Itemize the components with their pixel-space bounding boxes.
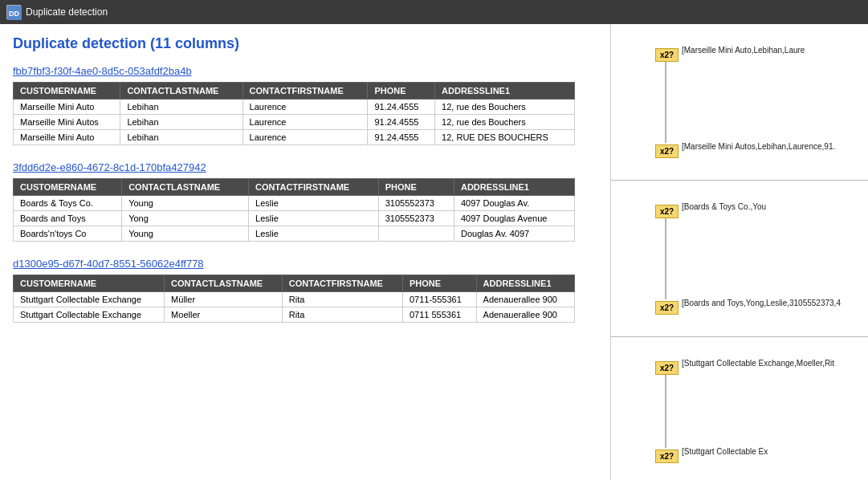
col-header-contactlastname: CONTACTLASTNAME: [165, 275, 283, 292]
graph-node-1-0: x2?: [655, 205, 679, 218]
cell-1-0-3: 3105552373: [378, 196, 454, 211]
graph-node-label-0-0: [Marseille Mini Auto,Lebihan,Laure: [682, 46, 805, 55]
cell-0-0-3: 91.24.4555: [368, 100, 435, 115]
cell-2-1-1: Moeller: [165, 307, 283, 323]
cell-0-1-3: 91.24.4555: [368, 115, 435, 130]
col-header-phone: PHONE: [368, 83, 435, 100]
cell-0-1-4: 12, rue des Bouchers: [435, 115, 575, 130]
graph-section-0: x2?x2?[Marseille Mini Auto,Lebihan,Laure…: [611, 24, 868, 181]
col-header-contactlastname: CONTACTLASTNAME: [120, 83, 242, 100]
cell-2-1-4: Adenauerallee 900: [476, 307, 574, 323]
col-header-addressline1: ADDRESSLINE1: [435, 83, 575, 100]
cell-1-2-1: Young: [122, 226, 249, 242]
cell-1-1-1: Yong: [122, 211, 249, 226]
graph-container: x2?x2?[Marseille Mini Auto,Lebihan,Laure…: [611, 24, 868, 480]
cell-2-1-2: Rita: [282, 307, 402, 323]
cell-1-1-3: 3105552373: [378, 211, 454, 226]
cell-1-0-0: Boards & Toys Co.: [14, 196, 122, 211]
col-header-customername: CUSTOMERNAME: [14, 275, 165, 292]
cell-1-1-4: 4097 Douglas Avenue: [454, 211, 574, 226]
cell-1-2-3: [378, 226, 454, 242]
graph-node-0-1: x2?: [655, 144, 679, 158]
cell-2-1-3: 0711 555361: [402, 307, 476, 323]
cell-1-0-1: Young: [122, 196, 249, 211]
table-row: Stuttgart Collectable ExchangeMoellerRit…: [14, 307, 575, 323]
table-row: Marseille Mini AutoLebihanLaurence91.24.…: [14, 130, 575, 145]
table-row: Marseille Mini AutoLebihanLaurence91.24.…: [14, 100, 575, 115]
graph-node-label-2-1: [Stuttgart Collectable Ex: [682, 447, 768, 456]
cell-0-2-1: Lebihan: [120, 130, 242, 145]
col-header-phone: PHONE: [378, 179, 454, 196]
col-header-customername: CUSTOMERNAME: [14, 179, 122, 196]
cell-0-2-0: Marseille Mini Auto: [14, 130, 120, 145]
graph-node-label-1-1: [Boards and Toys,Yong,Leslie,3105552373,…: [682, 299, 841, 307]
cell-0-0-0: Marseille Mini Auto: [14, 100, 120, 115]
graph-node-label-0-1: [Marseille Mini Autos,Lebihan,Laurence,9…: [682, 142, 835, 151]
cell-1-2-4: Douglas Av. 4097: [454, 226, 574, 242]
cell-1-2-0: Boards'n'toys Co: [14, 226, 122, 242]
page-title: Duplicate detection (11 columns): [13, 35, 597, 52]
app-icon: DD: [6, 5, 21, 19]
cell-0-0-2: Laurence: [242, 100, 368, 115]
dup-table-0: CUSTOMERNAMECONTACTLASTNAMECONTACTFIRSTN…: [13, 82, 575, 145]
col-header-contactfirstname: CONTACTFIRSTNAME: [249, 179, 379, 196]
table-row: Boards and ToysYongLeslie31055523734097 …: [14, 211, 575, 226]
cell-0-2-3: 91.24.4555: [368, 130, 435, 145]
graph-node-label-1-0: [Boards & Toys Co.,You: [682, 202, 766, 211]
cell-2-0-2: Rita: [282, 292, 402, 307]
col-header-contactlastname: CONTACTLASTNAME: [122, 179, 249, 196]
graph-node-0-0: x2?: [655, 48, 679, 62]
svg-text:DD: DD: [9, 10, 19, 18]
graph-node-2-1: x2?: [655, 449, 679, 463]
cell-1-0-2: Leslie: [249, 196, 379, 211]
col-header-contactfirstname: CONTACTFIRSTNAME: [282, 275, 402, 292]
dup-table-2: CUSTOMERNAMECONTACTLASTNAMECONTACTFIRSTN…: [13, 275, 575, 323]
groups-container: fbb7fbf3-f30f-4ae0-8d5c-053afdf2ba4bCUST…: [13, 65, 597, 323]
cell-2-1-0: Stuttgart Collectable Exchange: [14, 307, 165, 323]
col-header-contactfirstname: CONTACTFIRSTNAME: [242, 83, 368, 100]
table-row: Stuttgart Collectable ExchangeMüllerRita…: [14, 292, 575, 307]
graph-node-1-1: x2?: [655, 301, 679, 315]
cell-0-0-4: 12, rue des Bouchers: [435, 100, 575, 115]
titlebar-text: Duplicate detection: [26, 6, 108, 18]
group-id-1[interactable]: 3fdd6d2e-e860-4672-8c1d-170bfa427942: [13, 161, 597, 173]
main-content: Duplicate detection (11 columns) fbb7fbf…: [0, 24, 868, 480]
cell-1-2-2: Leslie: [249, 226, 379, 242]
col-header-phone: PHONE: [402, 275, 476, 292]
table-row: Marseille Mini AutosLebihanLaurence91.24…: [14, 115, 575, 130]
cell-2-0-4: Adenauerallee 900: [476, 292, 574, 307]
cell-0-2-2: Laurence: [242, 130, 368, 145]
cell-0-2-4: 12, RUE DES BOUCHERS: [435, 130, 575, 145]
cell-0-1-2: Laurence: [242, 115, 368, 130]
table-row: Boards'n'toys CoYoungLeslieDouglas Av. 4…: [14, 226, 575, 242]
graph-node-label-2-0: [Stuttgart Collectable Exchange,Moeller,…: [682, 359, 834, 368]
cell-1-1-0: Boards and Toys: [14, 211, 122, 226]
graph-section-2: x2?x2?[Stuttgart Collectable Exchange,Mo…: [611, 337, 868, 480]
group-id-0[interactable]: fbb7fbf3-f30f-4ae0-8d5c-053afdf2ba4b: [13, 65, 597, 77]
col-header-addressline1: ADDRESSLINE1: [476, 275, 574, 292]
cell-2-0-1: Müller: [165, 292, 283, 307]
group-id-2[interactable]: d1300e95-d67f-40d7-8551-56062e4ff778: [13, 258, 597, 270]
cell-0-1-1: Lebihan: [120, 115, 242, 130]
cell-2-0-3: 0711-555361: [402, 292, 476, 307]
graph-node-2-0: x2?: [655, 361, 679, 375]
right-panel: x2?x2?[Marseille Mini Auto,Lebihan,Laure…: [610, 24, 868, 480]
dup-table-1: CUSTOMERNAMECONTACTLASTNAMECONTACTFIRSTN…: [13, 178, 575, 242]
graph-section-1: x2?x2?[Boards & Toys Co.,You[Boards and …: [611, 181, 868, 337]
cell-1-0-4: 4097 Douglas Av.: [454, 196, 574, 211]
table-row: Boards & Toys Co.YoungLeslie310555237340…: [14, 196, 575, 211]
titlebar: DD Duplicate detection: [0, 0, 868, 24]
cell-2-0-0: Stuttgart Collectable Exchange: [14, 292, 165, 307]
cell-0-1-0: Marseille Mini Autos: [14, 115, 120, 130]
col-header-addressline1: ADDRESSLINE1: [454, 179, 574, 196]
cell-1-1-2: Leslie: [249, 211, 379, 226]
left-panel: Duplicate detection (11 columns) fbb7fbf…: [0, 24, 610, 480]
col-header-customername: CUSTOMERNAME: [14, 83, 120, 100]
cell-0-0-1: Lebihan: [120, 100, 242, 115]
